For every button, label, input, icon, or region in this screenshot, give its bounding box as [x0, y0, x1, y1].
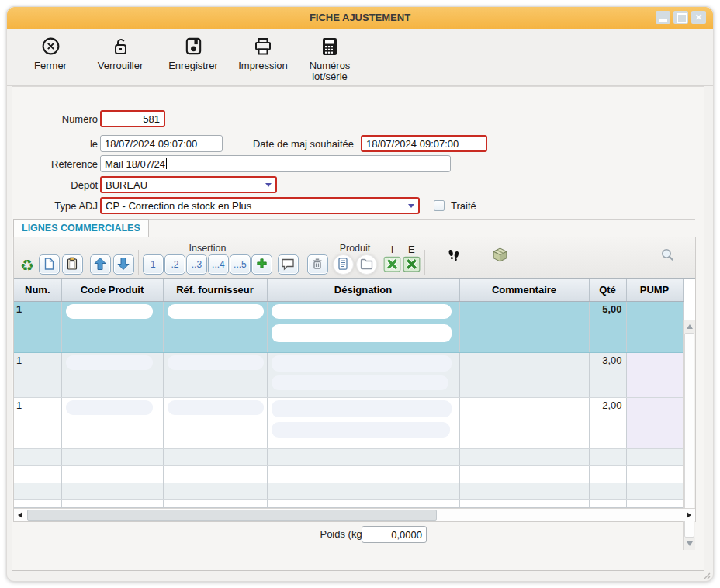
empty-row[interactable] — [14, 465, 683, 483]
move-line-up-button[interactable] — [90, 254, 111, 275]
comment-button[interactable] — [278, 254, 299, 275]
resize-grip-icon[interactable] — [702, 570, 711, 579]
insert-5-button[interactable]: ...5 — [230, 254, 251, 275]
traite-label: Traité — [451, 200, 476, 212]
le-date-field[interactable]: 18/07/2024 09:07:00 — [100, 135, 223, 152]
redacted-text — [66, 304, 153, 319]
insert-3-button[interactable]: ..3 — [186, 254, 207, 275]
depot-row: Dépôt BUREAU — [12, 176, 277, 193]
scroll-left-button[interactable] — [14, 509, 26, 521]
col-qte[interactable]: Qté — [589, 279, 626, 301]
close-button[interactable]: ✕ — [691, 11, 706, 24]
content-panel: Numéro 581 le 18/07/2024 09:07:00 Date d… — [12, 86, 704, 571]
floppy-disk-icon — [184, 36, 203, 57]
move-line-down-button[interactable] — [113, 254, 134, 275]
numero-label: Numéro — [12, 113, 98, 125]
arrow-up-icon — [93, 257, 107, 273]
insert-1-button[interactable]: 1 — [143, 254, 164, 275]
minimize-button[interactable] — [656, 11, 670, 24]
import-label: I — [391, 244, 394, 255]
lines-panel: ♻ — [13, 237, 696, 522]
col-code-produit[interactable]: Code Produit — [61, 279, 163, 301]
speech-bubble-icon — [281, 257, 295, 273]
date-maj-field[interactable]: 18/07/2024 09:07:00 — [361, 135, 487, 152]
redacted-text — [272, 375, 448, 390]
insert-4-button[interactable]: ...4 — [208, 254, 229, 275]
produit-label: Produit — [340, 244, 371, 254]
depot-select[interactable]: BUREAU — [100, 176, 277, 193]
table-row[interactable]: 1 2,00 — [14, 397, 683, 448]
tab-lignes-commerciales[interactable]: LIGNES COMMERCIALES — [13, 219, 149, 237]
table-row[interactable]: 1 5,00 — [14, 301, 683, 352]
add-line-button[interactable] — [251, 254, 272, 275]
lines-table: Num. Code Produit Réf. fournisseur Désig… — [14, 279, 684, 507]
new-document-icon — [42, 257, 56, 273]
new-line-button[interactable] — [39, 254, 60, 275]
enregistrer-button[interactable]: Enregistrer — [162, 36, 224, 71]
paste-line-button[interactable] — [62, 254, 83, 275]
insert-2-button[interactable]: .2 — [164, 254, 185, 275]
window-controls: ✕ — [656, 11, 706, 24]
clipboard-paste-icon — [65, 257, 79, 273]
folder-icon — [359, 257, 374, 273]
chevron-down-icon — [265, 183, 272, 187]
numeros-lot-serie-button[interactable]: Numéros lot/série — [302, 36, 358, 83]
col-ref-fournisseur[interactable]: Réf. fournisseur — [163, 279, 267, 301]
search-icon — [660, 253, 675, 265]
verrouiller-button[interactable]: Verrouiller — [89, 36, 151, 71]
depot-label: Dépôt — [12, 179, 98, 191]
printer-icon — [253, 36, 273, 57]
type-adj-select[interactable]: CP - Correction de stock en Plus — [100, 197, 420, 214]
col-commentaire[interactable]: Commentaire — [459, 279, 589, 301]
recycle-icon[interactable]: ♻ — [20, 257, 34, 274]
vertical-scroll-thumb[interactable] — [684, 333, 694, 538]
search-button[interactable] — [660, 247, 675, 265]
impression-button[interactable]: Impression — [235, 36, 291, 71]
numero-row: Numéro 581 — [12, 110, 165, 127]
app-window: FICHE AJUSTEMENT ✕ Fermer Verrouiller — [6, 6, 714, 582]
traite-checkbox[interactable] — [434, 200, 445, 211]
main-toolbar: Fermer Verrouiller Enregistrer Impressio… — [7, 29, 713, 86]
excel-export-button[interactable] — [403, 256, 421, 275]
empty-row[interactable] — [14, 499, 683, 507]
fermer-button[interactable]: Fermer — [22, 36, 78, 71]
toolbar-separator — [303, 250, 303, 275]
redacted-text — [272, 304, 452, 319]
redacted-text — [272, 422, 450, 438]
export-label: E — [408, 244, 415, 255]
export-group: E — [403, 244, 421, 275]
horizontal-scroll-thumb[interactable] — [27, 510, 437, 521]
reference-row: Référence Mail 18/07/24 — [12, 155, 451, 172]
lines-grid: Num. Code Produit Réf. fournisseur Désig… — [14, 278, 695, 508]
table-row[interactable]: 1 3,00 — [14, 352, 683, 397]
redacted-text — [168, 400, 264, 415]
empty-row[interactable] — [14, 448, 683, 465]
redacted-text — [272, 324, 452, 342]
col-num[interactable]: Num. — [14, 279, 61, 301]
excel-import-button[interactable] — [383, 256, 401, 275]
scroll-right-button[interactable] — [683, 509, 695, 521]
redacted-text — [168, 355, 264, 370]
arrow-down-icon — [116, 257, 130, 273]
reference-field[interactable]: Mail 18/07/24 — [100, 155, 451, 172]
redacted-text — [66, 355, 153, 370]
delete-line-button[interactable] — [307, 254, 328, 275]
empty-row[interactable] — [14, 483, 683, 499]
horizontal-scrollbar[interactable] — [14, 508, 695, 521]
col-designation[interactable]: Désignation — [267, 279, 459, 301]
insertion-label: Insertion — [189, 244, 226, 254]
poids-field[interactable]: 0,0000 — [362, 526, 427, 543]
numero-field[interactable]: 581 — [100, 110, 165, 127]
poids-row: Poids (kg) 0,0000 — [12, 526, 694, 543]
stock-box-button[interactable] — [491, 247, 509, 265]
trash-icon — [310, 257, 324, 273]
redacted-text — [66, 400, 153, 415]
produit-fiche-button[interactable] — [333, 254, 354, 275]
maximize-button[interactable] — [673, 11, 688, 24]
trace-button[interactable] — [446, 247, 462, 265]
col-pump[interactable]: PUMP — [626, 279, 683, 301]
import-group: I — [383, 244, 401, 275]
produit-dossier-button[interactable] — [356, 254, 377, 275]
scroll-up-button[interactable] — [684, 320, 695, 333]
chevron-down-icon — [408, 204, 414, 208]
